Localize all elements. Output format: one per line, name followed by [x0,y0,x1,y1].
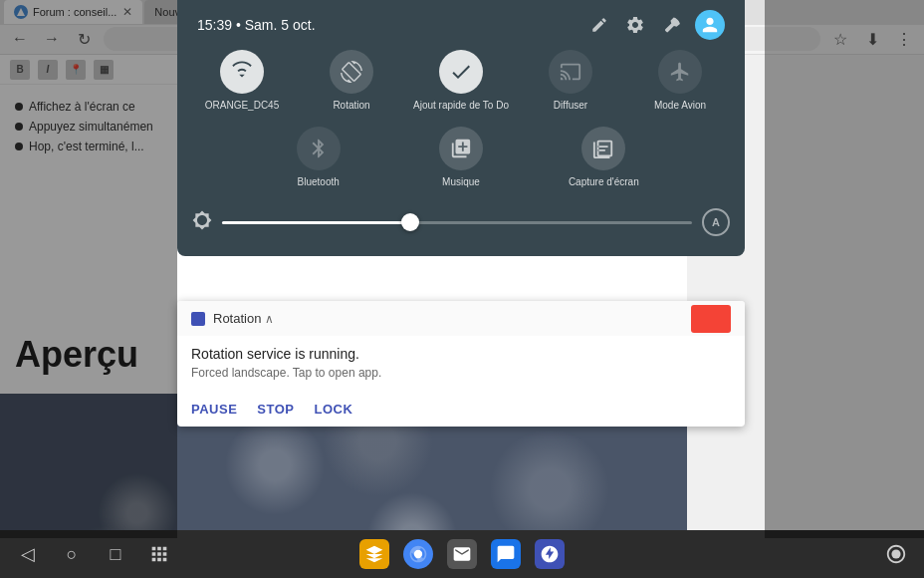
music-icon [439,127,483,170]
notif-header: Rotation ∧ [177,301,745,336]
svg-point-2 [891,549,900,558]
tile-avion-label: Mode Avion [654,100,706,112]
notif-expand-icon[interactable]: ∧ [265,312,274,326]
brightness-slider-track[interactable] [222,221,692,224]
recents-nav-icon[interactable]: □ [103,541,128,567]
qs-tiles-row2: Bluetooth Musique Capture d'écran [192,127,730,188]
notif-pause-button[interactable]: PAUSE [191,402,237,417]
tile-wifi-label: ORANGE_DC45 [205,100,279,112]
wrench-icon[interactable] [659,13,683,37]
qs-header-icons [587,10,725,40]
home-nav-icon[interactable]: ○ [59,541,85,567]
brightness-control: A [192,208,730,236]
tile-musique-label: Musique [442,176,480,188]
notif-action-bar: PAUSE STOP LOCK [177,396,745,427]
app-taskbar-5[interactable] [535,539,565,569]
taskbar-status-icon[interactable] [883,541,909,567]
tile-musique[interactable]: Musique [394,127,527,188]
taskbar-apps [359,539,565,569]
wifi-icon [220,50,264,94]
brightness-slider-thumb[interactable] [401,213,419,231]
qs-tiles-row1: ORANGE_DC45 Rotation Ajout rapide de To … [192,50,730,112]
tile-capture[interactable]: Capture d'écran [538,127,670,188]
notification-panel: Rotation ∧ Rotation service is running. … [177,301,745,427]
taskbar-right [883,541,909,567]
tile-wifi[interactable]: ORANGE_DC45 [192,50,292,112]
cast-icon [549,50,592,94]
tile-capture-label: Capture d'écran [569,176,639,188]
brightness-auto-icon[interactable]: A [702,208,730,236]
user-avatar[interactable] [695,10,725,40]
tile-bluetooth[interactable]: Bluetooth [252,127,384,188]
app-taskbar-1[interactable] [359,539,389,569]
notif-color-bar [191,312,205,326]
brightness-low-icon [192,210,212,235]
back-nav-icon[interactable]: ◁ [15,541,41,567]
qs-time: 15:39 • Sam. 5 oct. [197,17,316,33]
notif-lock-button[interactable]: LOCK [315,402,353,417]
dim-overlay-left [0,0,177,538]
check-icon [439,50,483,94]
notif-red-button[interactable] [691,305,731,333]
brightness-slider-fill [222,221,410,224]
notif-subtitle: Forced landscape. Tap to open app. [191,366,731,380]
edit-icon[interactable] [587,13,611,37]
tile-avion[interactable]: Mode Avion [630,50,730,112]
tile-diffuser[interactable]: Diffuser [521,50,620,112]
tile-bluetooth-label: Bluetooth [298,176,340,188]
app-taskbar-3[interactable] [447,539,477,569]
notif-title: Rotation service is running. [191,346,731,362]
tile-ajout-label: Ajout rapide de To Do [413,100,509,112]
tile-ajout[interactable]: Ajout rapide de To Do [411,50,511,112]
dim-overlay-right [765,0,924,538]
quick-settings-panel: 15:39 • Sam. 5 oct. [177,0,745,256]
app-taskbar-4[interactable] [491,539,521,569]
notif-stop-button[interactable]: STOP [257,402,294,417]
notif-app-name: Rotation [213,311,261,326]
tile-rotation[interactable]: Rotation [302,50,401,112]
notif-body: Rotation service is running. Forced land… [177,336,745,396]
tile-diffuser-label: Diffuser [554,100,587,112]
app-chrome[interactable] [403,539,433,569]
apps-nav-icon[interactable] [146,541,172,567]
rotation-icon [330,50,373,94]
tile-rotation-label: Rotation [333,100,369,112]
taskbar-nav: ◁ ○ □ [15,541,172,567]
flight-icon [658,50,702,94]
qs-header: 15:39 • Sam. 5 oct. [192,0,730,50]
capture-icon [581,127,625,170]
bluetooth-icon [297,127,341,170]
settings-icon[interactable] [623,13,647,37]
